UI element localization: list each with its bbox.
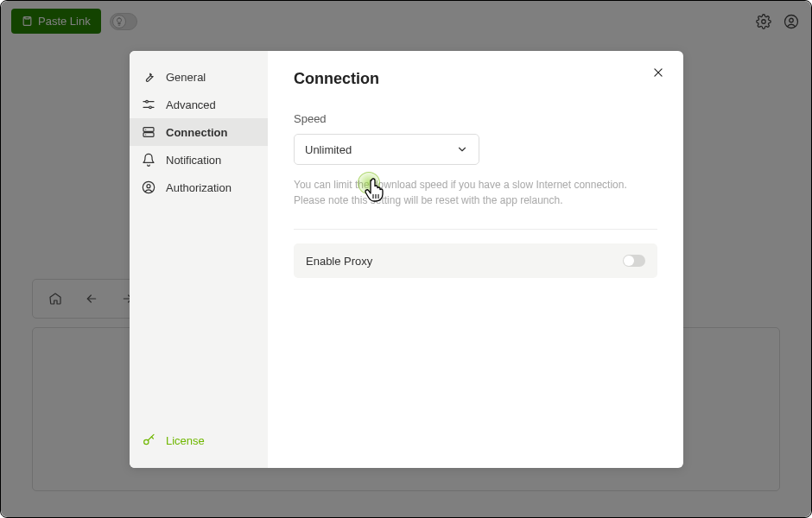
svg-rect-9 <box>143 133 154 137</box>
sidebar-item-notification[interactable]: Notification <box>130 146 268 174</box>
license-label: License <box>166 434 205 447</box>
speed-field-label: Speed <box>294 112 657 125</box>
sidebar-item-label: Authorization <box>166 181 232 194</box>
sliders-icon <box>142 98 155 111</box>
connection-panel: Connection Speed Unlimited You can limit… <box>268 51 683 468</box>
sidebar-item-label: General <box>166 71 206 84</box>
sidebar-item-label: Advanced <box>166 98 216 111</box>
svg-point-12 <box>143 181 154 193</box>
sidebar-item-connection[interactable]: Connection <box>130 118 268 146</box>
server-icon <box>142 125 155 139</box>
user-icon <box>142 180 155 194</box>
chevron-down-icon <box>456 143 468 155</box>
settings-modal: General Advanced Connection Notification <box>130 51 683 468</box>
divider <box>294 229 657 230</box>
svg-point-7 <box>149 106 152 109</box>
proxy-row: Enable Proxy <box>294 243 657 278</box>
sidebar-item-general[interactable]: General <box>130 63 268 91</box>
help-line: Please note this setting will be reset w… <box>294 193 657 208</box>
sidebar-item-advanced[interactable]: Advanced <box>130 91 268 118</box>
speed-select[interactable]: Unlimited <box>294 134 479 165</box>
sidebar-item-authorization[interactable]: Authorization <box>130 174 268 201</box>
svg-point-13 <box>147 185 150 188</box>
wrench-icon <box>142 70 155 84</box>
switch-knob <box>624 256 634 266</box>
sidebar-item-license[interactable]: License <box>130 425 268 456</box>
proxy-label: Enable Proxy <box>306 255 372 268</box>
panel-title: Connection <box>294 70 657 88</box>
sidebar-item-label: Notification <box>166 154 221 167</box>
close-button[interactable] <box>652 66 664 79</box>
bell-icon <box>142 153 155 167</box>
speed-help-text: You can limit the download speed if you … <box>294 177 657 208</box>
svg-rect-8 <box>143 128 154 132</box>
svg-point-5 <box>146 100 149 103</box>
sidebar-item-label: Connection <box>166 126 228 139</box>
settings-sidebar: General Advanced Connection Notification <box>130 51 268 468</box>
speed-value: Unlimited <box>305 143 352 156</box>
proxy-switch[interactable] <box>623 255 645 267</box>
key-icon <box>142 433 155 447</box>
help-line: You can limit the download speed if you … <box>294 177 657 193</box>
